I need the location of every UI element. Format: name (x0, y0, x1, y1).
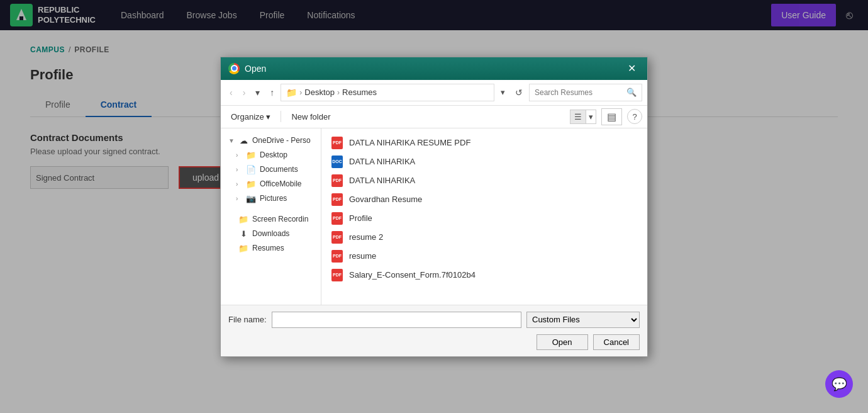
dialog-title: Open (228, 63, 266, 74)
file-name: Salary_E-Consent_Form.7f0102b4 (349, 270, 476, 280)
cancel-button[interactable]: Cancel (593, 334, 640, 350)
desktop-folder-icon: 📁 (246, 150, 256, 160)
list-item[interactable]: PDFDATLA NIHARIKA RESUME PDF (326, 133, 642, 152)
filename-row: File name: Custom Files (228, 312, 640, 328)
screen-recording-label: Screen Recordin (252, 215, 308, 223)
file-name: DATLA NIHARIKA RESUME PDF (349, 138, 470, 147)
pdf-file-icon: PDF (331, 231, 343, 244)
list-item[interactable]: PDFGovardhan Resume (326, 190, 642, 209)
file-name: DATLA NIHARIKA (349, 157, 415, 166)
filename-label: File name: (228, 315, 267, 324)
dialog-toolbar: Organize ▾ New folder ☰ ▾ ▤ ? (221, 106, 647, 128)
doc-file-icon: DOC (331, 156, 343, 168)
file-name: Profile (349, 213, 372, 223)
file-name: Govardhan Resume (349, 195, 422, 204)
path-desktop: Desktop (304, 88, 335, 97)
desktop-label: Desktop (260, 150, 287, 159)
documents-expand-icon: › (236, 166, 242, 173)
documents-folder-icon: 📄 (246, 165, 256, 174)
new-folder-button[interactable]: New folder (286, 110, 335, 123)
sidebar-onedrive[interactable]: ▼ ☁ OneDrive - Perso (221, 133, 321, 148)
folder-icon: 📁 (286, 88, 297, 98)
dialog-sidebar: ▼ ☁ OneDrive - Perso › 📁 Desktop › 📄 Doc… (221, 128, 321, 305)
dialog-footer: File name: Custom Files Open Cancel (221, 305, 647, 356)
path-dropdown-button[interactable]: ▾ (497, 86, 509, 98)
officemobile-label: OfficeMobile (260, 179, 301, 188)
filename-input[interactable] (272, 312, 521, 328)
search-button[interactable]: 🔍 (626, 88, 637, 97)
address-path[interactable]: 📁 › Desktop › Resumes (281, 84, 494, 101)
desktop-expand-icon: › (236, 152, 242, 159)
sidebar-documents[interactable]: › 📄 Documents (221, 162, 321, 177)
footer-buttons: Open Cancel (228, 334, 640, 350)
recent-locations-button[interactable]: ▾ (252, 86, 264, 99)
pdf-file-icon: PDF (331, 269, 343, 281)
pictures-folder-icon: 📷 (246, 194, 256, 203)
dialog-titlebar: Open ✕ (221, 57, 647, 80)
sidebar-onedrive-section: ▼ ☁ OneDrive - Perso › 📁 Desktop › 📄 Doc… (221, 132, 321, 207)
dialog-close-button[interactable]: ✕ (624, 62, 640, 75)
list-view-button[interactable]: ☰ (570, 110, 586, 123)
search-input[interactable] (535, 88, 624, 97)
list-item[interactable]: PDFSalary_E-Consent_Form.7f0102b4 (326, 266, 642, 285)
view-toggle: ☰ ▾ (570, 110, 596, 124)
pdf-file-icon: PDF (331, 250, 343, 263)
path-sep1: › (299, 88, 302, 97)
chrome-icon (228, 63, 240, 74)
screen-recording-icon: 📁 (238, 215, 248, 224)
list-item[interactable]: PDFDATLA NIHARIKA (326, 171, 642, 190)
list-item[interactable]: PDFresume 2 (326, 228, 642, 247)
chat-bubble[interactable]: 💬 (825, 370, 853, 398)
list-item[interactable]: PDFresume (326, 247, 642, 266)
view-dropdown-button[interactable]: ▾ (586, 110, 596, 123)
help-button[interactable]: ? (627, 109, 642, 124)
sidebar-officemobile[interactable]: › 📁 OfficeMobile (221, 177, 321, 191)
pdf-file-icon: PDF (331, 137, 343, 149)
organize-button[interactable]: Organize ▾ (226, 110, 275, 123)
resumes-folder-icon: 📁 (238, 244, 248, 253)
sidebar-desktop[interactable]: › 📁 Desktop (221, 148, 321, 162)
open-button[interactable]: Open (537, 334, 588, 350)
downloads-label: Downloads (252, 229, 289, 238)
onedrive-icon: ☁ (238, 136, 248, 145)
sidebar-resumes[interactable]: 📁 Resumes (221, 241, 321, 256)
filetype-select[interactable]: Custom Files (526, 312, 640, 328)
dialog-addressbar: ‹ › ▾ ↑ 📁 › Desktop › Resumes ▾ ↺ 🔍 (221, 80, 647, 106)
refresh-button[interactable]: ↺ (511, 86, 526, 99)
onedrive-label: OneDrive - Perso (252, 136, 311, 145)
pdf-file-icon: PDF (331, 193, 343, 206)
pdf-file-icon: PDF (331, 174, 343, 187)
resumes-label: Resumes (252, 244, 284, 252)
sidebar-downloads[interactable]: ⬇ Downloads (221, 227, 321, 241)
back-button[interactable]: ‹ (226, 86, 236, 99)
pdf-file-icon: PDF (331, 212, 343, 225)
dialog-files: PDFDATLA NIHARIKA RESUME PDFDOCDATLA NIH… (321, 128, 647, 305)
file-name: resume 2 (349, 232, 383, 242)
file-dialog: Open ✕ ‹ › ▾ ↑ 📁 › Desktop › Resumes ▾ ↺… (220, 57, 648, 357)
search-box: 🔍 (529, 84, 642, 101)
pictures-label: Pictures (260, 194, 287, 203)
sidebar-pictures[interactable]: › 📷 Pictures (221, 191, 321, 206)
file-name: DATLA NIHARIKA (349, 176, 415, 185)
path-resumes: Resumes (342, 88, 377, 97)
documents-label: Documents (260, 165, 298, 174)
officemobile-expand-icon: › (236, 181, 242, 188)
list-item[interactable]: DOCDATLA NIHARIKA (326, 152, 642, 171)
preview-button[interactable]: ▤ (601, 108, 622, 125)
forward-button[interactable]: › (239, 86, 250, 99)
officemobile-folder-icon: 📁 (246, 179, 256, 189)
dialog-body: ▼ ☁ OneDrive - Perso › 📁 Desktop › 📄 Doc… (221, 128, 647, 305)
downloads-icon: ⬇ (238, 229, 248, 239)
file-name: resume (349, 251, 376, 261)
onedrive-expand-icon: ▼ (228, 137, 235, 144)
pictures-expand-icon: › (236, 195, 242, 202)
toolbar-separator (281, 111, 281, 122)
sidebar-screen-recording[interactable]: 📁 Screen Recordin (221, 212, 321, 227)
up-button[interactable]: ↑ (266, 86, 278, 99)
dialog-overlay: Open ✕ ‹ › ▾ ↑ 📁 › Desktop › Resumes ▾ ↺… (0, 0, 868, 413)
list-item[interactable]: PDFProfile (326, 209, 642, 228)
path-sep2: › (337, 88, 340, 97)
